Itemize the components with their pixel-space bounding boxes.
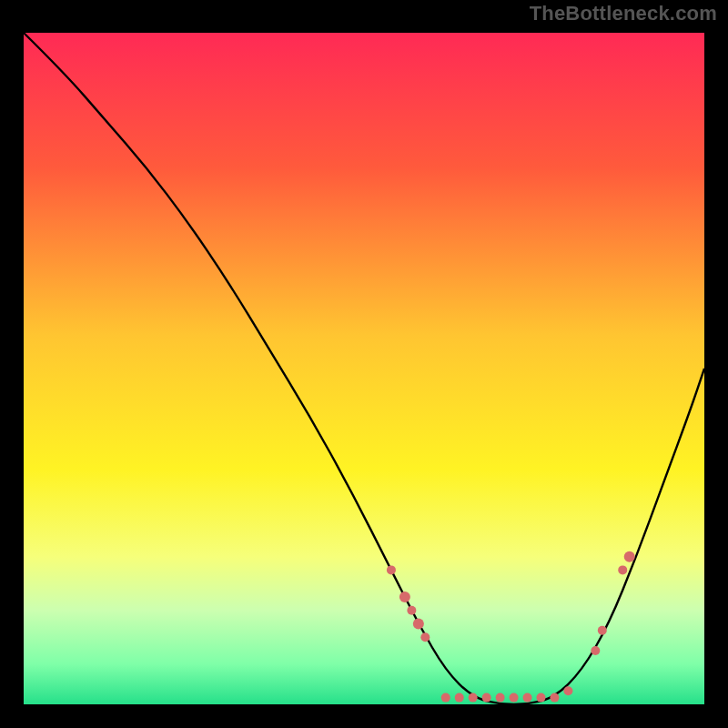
marker-point bbox=[563, 686, 572, 695]
marker-point bbox=[407, 606, 416, 615]
marker-point bbox=[550, 693, 559, 703]
marker-point bbox=[420, 632, 430, 642]
marker-point bbox=[523, 693, 532, 703]
marker-point bbox=[399, 592, 410, 602]
marker-point bbox=[496, 693, 505, 703]
marker-point bbox=[510, 693, 519, 703]
marker-point bbox=[536, 693, 545, 703]
marker-point bbox=[413, 618, 424, 629]
gradient-background bbox=[24, 33, 704, 704]
marker-point bbox=[469, 693, 478, 703]
marker-point bbox=[591, 646, 600, 655]
marker-point bbox=[455, 693, 464, 703]
chart-frame bbox=[11, 11, 717, 717]
marker-point bbox=[598, 626, 607, 635]
marker-point bbox=[618, 565, 627, 574]
bottleneck-chart bbox=[11, 11, 717, 717]
marker-point bbox=[387, 565, 396, 574]
marker-point bbox=[441, 693, 450, 703]
marker-point bbox=[482, 693, 491, 703]
marker-point bbox=[624, 551, 635, 562]
watermark: TheBottleneck.com bbox=[530, 2, 717, 25]
